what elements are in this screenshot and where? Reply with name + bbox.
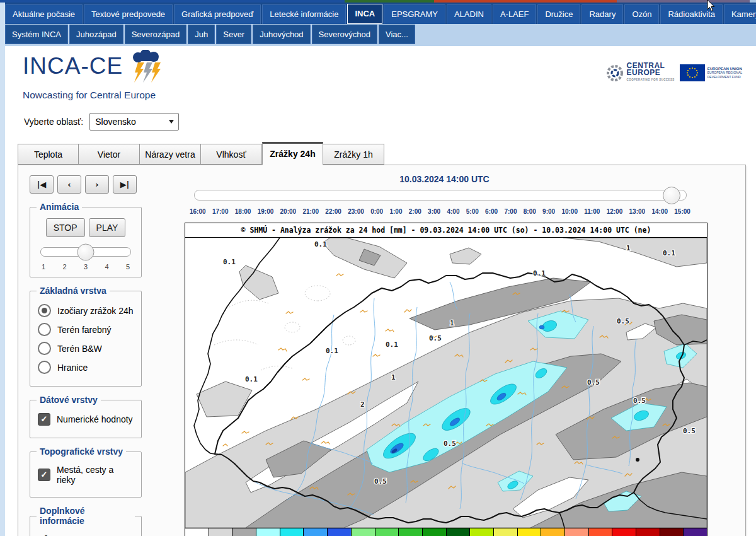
region-select[interactable]: Slovensko [89, 113, 179, 131]
eu-logo: EUROPEAN UNION EUROPEAN REGIONAL DEVELOP… [680, 64, 742, 81]
time-tick-12-00[interactable]: 12:00 [607, 208, 623, 215]
prev-frame-button[interactable]: ‹ [57, 175, 81, 194]
nav-tab-dru-ice[interactable]: Družice [537, 4, 580, 24]
animation-speed-slider[interactable] [40, 247, 131, 257]
nav-tab-textov-predpovede[interactable]: Textové predpovede [84, 4, 173, 24]
time-tick-9-00[interactable]: 9:00 [542, 208, 555, 215]
precipitation-map-panel: © SHMÚ - Analýza zrážok za 24 hod [mm] -… [185, 223, 707, 536]
edge-segment [750, 0, 756, 3]
nav-tab-epsgramy[interactable]: EPSGRAMY [384, 4, 445, 24]
subnav-tab-viac[interactable]: Viac... [379, 25, 415, 44]
time-tick-15-00[interactable]: 15:00 [674, 208, 690, 215]
first-frame-button[interactable]: |◀ [30, 175, 54, 194]
radio-hranice[interactable] [38, 361, 51, 374]
contour-label: 0.1 [314, 240, 327, 248]
tab-zr-ky-1h[interactable]: Zrážky 1h [323, 144, 384, 165]
checkbox-mest-cesty-a-rieky[interactable]: ✓ [38, 469, 50, 481]
contour-label: 1 [626, 244, 631, 252]
legend-swatch-19 [636, 528, 660, 536]
radio-izo-iary-zr-ok-24h[interactable] [38, 304, 51, 317]
radio-ter-n-farebn[interactable] [38, 323, 51, 336]
nav-tab-inca[interactable]: INCA [347, 4, 382, 24]
play-button[interactable]: PLAY [89, 218, 126, 237]
subnav-tab-sever[interactable]: Sever [216, 25, 251, 44]
nav-tab-aladin[interactable]: ALADIN [447, 4, 491, 24]
nav-tab-aktu-lne-po-asie[interactable]: Aktuálne počasie [5, 4, 83, 24]
last-frame-button[interactable]: ▶| [113, 175, 137, 194]
nav-tab-grafick-predpove[interactable]: Grafická predpoveď [174, 4, 261, 24]
header-row: INCA-CE Nowcasting for Central Europe [5, 46, 756, 105]
time-tick-7-00[interactable]: 7:00 [504, 208, 517, 215]
legend-swatch-0 [185, 528, 209, 536]
legend-swatch-5 [303, 528, 327, 536]
time-tick-21-00[interactable]: 21:00 [302, 208, 319, 215]
subnav-tab-severov-chod[interactable]: Severovýchod [312, 25, 377, 44]
time-tick-1-00[interactable]: 1:00 [389, 208, 402, 215]
base-layer-options: Izočiary zrážok 24hTerén farebnýTerén B&… [37, 304, 135, 374]
tab-teplota[interactable]: Teplota [18, 144, 79, 165]
tab-vietor[interactable]: Vietor [79, 144, 140, 165]
time-tick-2-00[interactable]: 2:00 [409, 208, 421, 215]
time-tick-4-00[interactable]: 4:00 [447, 208, 459, 215]
frame-player-buttons: |◀‹›▶| [30, 175, 162, 194]
timeline-slider[interactable] [194, 190, 687, 201]
time-tick-17-00[interactable]: 17:00 [212, 208, 229, 215]
subnav-tab-juh[interactable]: Juh [188, 25, 215, 44]
legend-swatch-2 [232, 528, 256, 536]
legend-swatch-18 [612, 528, 636, 536]
time-tick-8-00[interactable]: 8:00 [524, 208, 536, 215]
tab-zr-ky-24h[interactable]: Zrážky 24h [262, 142, 323, 165]
radio-ter-n-b-w[interactable] [38, 342, 51, 355]
time-tick-14-00[interactable]: 14:00 [651, 208, 668, 215]
time-tick-0-00[interactable]: 0:00 [370, 208, 383, 215]
stop-button[interactable]: STOP [46, 218, 85, 237]
data-layer-options: ✓Numerické hodnoty [37, 413, 135, 426]
time-tick-20-00[interactable]: 20:00 [280, 208, 297, 215]
base-layer-option-ter-n-b-w[interactable]: Terén B&W [38, 342, 134, 355]
subnav-tab-juhoz-pad[interactable]: Juhozápad [69, 25, 123, 44]
tab-n-razy-vetra[interactable]: Nárazy vetra [140, 144, 201, 165]
subnav-tab-severoz-pad[interactable]: Severozápad [125, 25, 187, 44]
option-label: Terén B&W [57, 344, 102, 354]
legend-swatch-10 [422, 528, 446, 536]
time-tick-5-00[interactable]: 5:00 [466, 208, 479, 215]
eu-line2: EUROPEAN REGIONAL [707, 71, 742, 75]
subnav-tab-juhov-chod[interactable]: Juhovýchod [253, 25, 310, 44]
time-tick-19-00[interactable]: 19:00 [258, 208, 274, 215]
legend-swatch-12 [469, 528, 493, 536]
speed-scale: 12345 [42, 263, 130, 271]
time-tick-11-00[interactable]: 11:00 [584, 208, 600, 215]
tab-vlhkos[interactable]: Vlhkosť [201, 144, 262, 165]
time-tick-22-00[interactable]: 22:00 [325, 208, 341, 215]
animation-speed-handle[interactable] [77, 243, 94, 260]
time-tick-16-00[interactable]: 16:00 [190, 208, 206, 215]
animation-fieldset: Animácia STOP PLAY 12345 [30, 202, 142, 277]
time-tick-10-00[interactable]: 10:00 [561, 208, 578, 215]
nav-tab-radary[interactable]: Radary [581, 4, 623, 24]
legend-swatch-21 [683, 528, 707, 536]
ce-line2: EUROPE [627, 69, 675, 76]
nav-tab-leteck-inform-cie[interactable]: Letecké informácie [262, 4, 346, 24]
base-layer-option-hranice[interactable]: Hranice [38, 361, 134, 374]
next-frame-button[interactable]: › [85, 175, 109, 194]
timeline-slider-handle[interactable] [663, 187, 680, 204]
time-tick-6-00[interactable]: 6:00 [485, 208, 498, 215]
time-tick-18-00[interactable]: 18:00 [235, 208, 251, 215]
legend-swatch-16 [564, 528, 588, 536]
topo-layer-option-mest-cesty-a-rieky[interactable]: ✓Mestá, cesty a rieky [38, 465, 134, 485]
checkbox-numerick-hodnoty[interactable]: ✓ [38, 413, 50, 426]
time-tick-23-00[interactable]: 23:00 [348, 208, 364, 215]
base-layer-option-izo-iary-zr-ok-24h[interactable]: Izočiary zrážok 24h [38, 304, 134, 317]
nav-tab-a-laef[interactable]: A-LAEF [493, 4, 537, 24]
base-layer-option-ter-n-farebn[interactable]: Terén farebný [38, 323, 134, 336]
data-layer-option-numerick-hodnoty[interactable]: ✓Numerické hodnoty [38, 413, 134, 426]
edge-segment [617, 0, 750, 3]
legend-swatch-14 [517, 528, 541, 536]
central-europe-swirl-icon [605, 64, 624, 83]
contour-label: 0.1 [533, 269, 546, 277]
nav-tab-kamery[interactable]: Kamery [724, 4, 756, 24]
subnav-tab-syst-m-inca[interactable]: Systém INCA [5, 25, 68, 44]
nav-tab-oz-n[interactable]: Ozón [624, 4, 659, 24]
time-tick-13-00[interactable]: 13:00 [629, 208, 646, 215]
time-tick-3-00[interactable]: 3:00 [428, 208, 440, 215]
